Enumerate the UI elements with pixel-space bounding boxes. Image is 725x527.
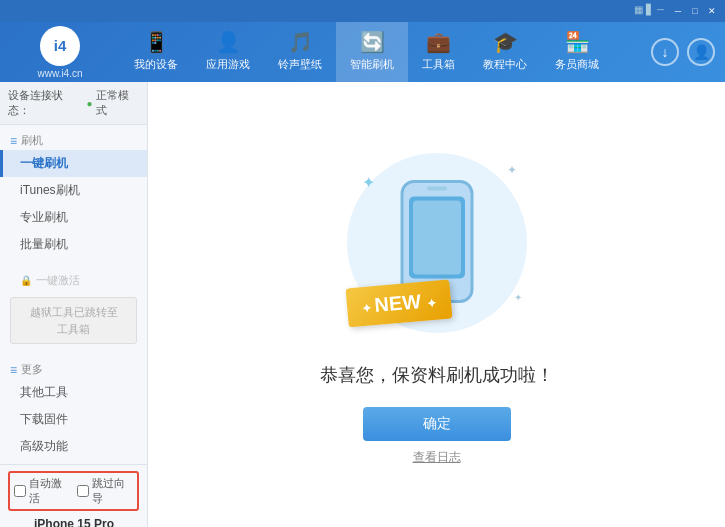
status-label: 设备连接状态： bbox=[8, 88, 82, 118]
sidebar-item-other-tools[interactable]: 其他工具 bbox=[0, 379, 147, 406]
view-log-button[interactable]: 查看日志 bbox=[413, 449, 461, 466]
toolbox-icon: 💼 bbox=[426, 30, 451, 54]
sparkle-br-icon: ✦ bbox=[514, 292, 522, 303]
disabled-notice-text: 越狱工具已跳转至工具箱 bbox=[30, 306, 118, 335]
logo-icon: i4 bbox=[40, 26, 80, 66]
nav-smart-flash[interactable]: 🔄 智能刷机 bbox=[336, 22, 408, 82]
titlebar: ▦ ▋ ─ ─ □ ✕ bbox=[0, 0, 725, 22]
logo-text: www.i4.cn bbox=[37, 68, 82, 79]
status-indicator: ● bbox=[86, 98, 92, 109]
one-key-flash-label: 一键刷机 bbox=[20, 156, 68, 170]
content-inner: ✦ ✦ ✦ NEW 恭喜您，保资料刷机成功啦！ 确定 查看日志 bbox=[300, 82, 574, 527]
minimize-button[interactable]: ─ bbox=[671, 4, 685, 18]
nav-apps-label: 应用游戏 bbox=[206, 57, 250, 72]
skip-guide-checkbox[interactable] bbox=[77, 485, 89, 497]
auto-activate-text: 自动激活 bbox=[29, 476, 71, 506]
more-group-label: 更多 bbox=[21, 362, 43, 377]
download-button[interactable]: ↓ bbox=[651, 38, 679, 66]
sparkle-tr-icon: ✦ bbox=[507, 163, 517, 177]
disabled-notice-box: 越狱工具已跳转至工具箱 bbox=[10, 297, 137, 344]
skip-guide-text: 跳过向导 bbox=[92, 476, 134, 506]
flash-group-icon: ≡ bbox=[10, 134, 17, 148]
sidebar-bottom: 自动激活 跳过向导 📱 iPhone 15 Pro Max 512GB iPho… bbox=[0, 464, 147, 527]
flash-group-label: 刷机 bbox=[21, 133, 43, 148]
itunes-flash-label: iTunes刷机 bbox=[20, 183, 80, 197]
nav-toolbox[interactable]: 💼 工具箱 bbox=[408, 22, 469, 82]
phone-illustration: ✦ ✦ ✦ NEW bbox=[337, 143, 537, 343]
more-section: ≡ 更多 其他工具 下载固件 高级功能 bbox=[0, 354, 147, 464]
sparkle-tl-icon: ✦ bbox=[362, 173, 375, 192]
ringtone-icon: 🎵 bbox=[288, 30, 313, 54]
maximize-button[interactable]: □ bbox=[688, 4, 702, 18]
one-key-activate-disabled: 🔒 一键激活 bbox=[0, 268, 147, 293]
main-nav: 📱 我的设备 👤 应用游戏 🎵 铃声壁纸 🔄 智能刷机 💼 工具箱 🎓 教程中心… bbox=[120, 22, 651, 82]
auto-check-row: 自动激活 跳过向导 bbox=[8, 471, 139, 511]
nav-smart-flash-label: 智能刷机 bbox=[350, 57, 394, 72]
success-message: 恭喜您，保资料刷机成功啦！ bbox=[320, 363, 554, 387]
sidebar-item-download-firmware[interactable]: 下载固件 bbox=[0, 406, 147, 433]
nav-service-label: 务员商城 bbox=[555, 57, 599, 72]
user-button[interactable]: 👤 bbox=[687, 38, 715, 66]
wifi-icon: ▦ ▋ ─ bbox=[634, 4, 664, 18]
nav-right-controls: ↓ 👤 bbox=[651, 38, 725, 66]
auto-activate-label[interactable]: 自动激活 bbox=[14, 476, 71, 506]
tutorial-icon: 🎓 bbox=[493, 30, 518, 54]
status-bar: 设备连接状态： ● 正常模式 bbox=[0, 82, 147, 125]
device-icon: 📱 bbox=[144, 30, 169, 54]
batch-flash-label: 批量刷机 bbox=[20, 237, 68, 251]
nav-ringtones[interactable]: 🎵 铃声壁纸 bbox=[264, 22, 336, 82]
device-info: iPhone 15 Pro Max 512GB iPhone bbox=[34, 517, 139, 527]
download-firmware-label: 下载固件 bbox=[20, 412, 68, 426]
pro-flash-label: 专业刷机 bbox=[20, 210, 68, 224]
sidebar-item-batch-flash[interactable]: 批量刷机 bbox=[0, 231, 147, 258]
nav-my-device-label: 我的设备 bbox=[134, 57, 178, 72]
more-group-icon: ≡ bbox=[10, 363, 17, 377]
advanced-label: 高级功能 bbox=[20, 439, 68, 453]
new-badge-text: NEW bbox=[373, 290, 421, 316]
svg-rect-4 bbox=[427, 187, 447, 191]
flash-section: ≡ 刷机 一键刷机 iTunes刷机 专业刷机 批量刷机 bbox=[0, 125, 147, 262]
main-area: 设备连接状态： ● 正常模式 ≡ 刷机 一键刷机 iTunes刷机 专业刷机 批… bbox=[0, 82, 725, 527]
window-controls: ▦ ▋ ─ ─ □ ✕ bbox=[634, 4, 719, 18]
skip-guide-label[interactable]: 跳过向导 bbox=[77, 476, 134, 506]
device-row: 📱 iPhone 15 Pro Max 512GB iPhone bbox=[8, 515, 139, 527]
nav-ringtones-label: 铃声壁纸 bbox=[278, 57, 322, 72]
flash-icon: 🔄 bbox=[360, 30, 385, 54]
nav-tutorial-label: 教程中心 bbox=[483, 57, 527, 72]
sidebar: 设备连接状态： ● 正常模式 ≡ 刷机 一键刷机 iTunes刷机 专业刷机 批… bbox=[0, 82, 148, 527]
header: i4 www.i4.cn 📱 我的设备 👤 应用游戏 🎵 铃声壁纸 🔄 智能刷机… bbox=[0, 22, 725, 82]
sidebar-item-itunes-flash[interactable]: iTunes刷机 bbox=[0, 177, 147, 204]
sidebar-item-advanced[interactable]: 高级功能 bbox=[0, 433, 147, 460]
device-name: iPhone 15 Pro Max bbox=[34, 517, 139, 527]
status-value: 正常模式 bbox=[96, 88, 139, 118]
nav-tutorial[interactable]: 🎓 教程中心 bbox=[469, 22, 541, 82]
nav-my-device[interactable]: 📱 我的设备 bbox=[120, 22, 192, 82]
flash-group-header: ≡ 刷机 bbox=[0, 129, 147, 150]
logo: i4 www.i4.cn bbox=[0, 26, 120, 79]
close-button[interactable]: ✕ bbox=[705, 4, 719, 18]
svg-rect-2 bbox=[413, 201, 461, 275]
nav-service[interactable]: 🏪 务员商城 bbox=[541, 22, 613, 82]
nav-apps-games[interactable]: 👤 应用游戏 bbox=[192, 22, 264, 82]
more-group-header: ≡ 更多 bbox=[0, 358, 147, 379]
lock-icon: 🔒 bbox=[20, 275, 32, 286]
confirm-button[interactable]: 确定 bbox=[363, 407, 511, 441]
sidebar-item-one-key-flash[interactable]: 一键刷机 bbox=[0, 150, 147, 177]
other-tools-label: 其他工具 bbox=[20, 385, 68, 399]
nav-toolbox-label: 工具箱 bbox=[422, 57, 455, 72]
service-icon: 🏪 bbox=[565, 30, 590, 54]
content-area: ✦ ✦ ✦ NEW 恭喜您，保资料刷机成功啦！ 确定 查看日志 bbox=[148, 82, 725, 527]
auto-activate-checkbox[interactable] bbox=[14, 485, 26, 497]
one-key-activate-label: 一键激活 bbox=[36, 273, 80, 288]
apps-icon: 👤 bbox=[216, 30, 241, 54]
sidebar-item-pro-flash[interactable]: 专业刷机 bbox=[0, 204, 147, 231]
